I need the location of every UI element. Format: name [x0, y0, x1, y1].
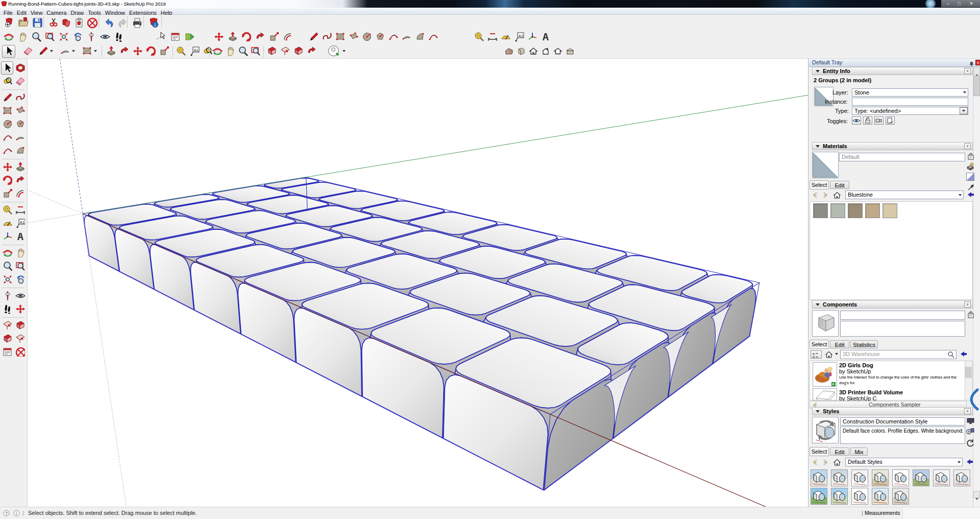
svg-text:A1: A1	[519, 34, 524, 38]
svg-text:A1: A1	[194, 48, 199, 53]
svg-text:?: ?	[5, 511, 8, 516]
svg-text:A1: A1	[20, 220, 25, 225]
svg-text:i: i	[16, 511, 17, 516]
